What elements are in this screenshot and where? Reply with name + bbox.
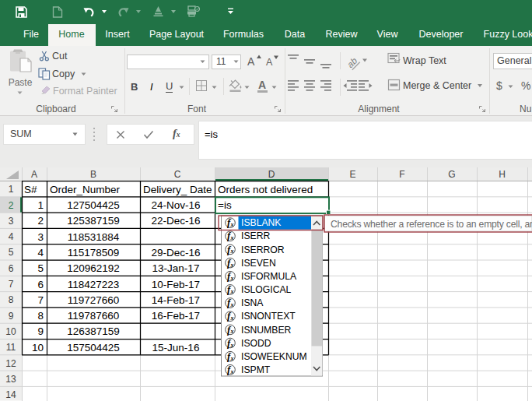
svg-text:S#: S# xyxy=(24,184,37,195)
svg-text:ISODD: ISODD xyxy=(241,338,271,349)
svg-text:ISEVEN: ISEVEN xyxy=(241,258,276,269)
svg-text:ISBLANK: ISBLANK xyxy=(241,217,281,228)
svg-text:13-Jan-17: 13-Jan-17 xyxy=(152,262,200,274)
svg-text:14-Feb-17: 14-Feb-17 xyxy=(152,294,200,306)
svg-text:7: 7 xyxy=(9,279,14,290)
svg-text:G: G xyxy=(448,169,455,180)
svg-text:x: x xyxy=(230,221,234,228)
svg-text:ISNONTEXT: ISNONTEXT xyxy=(241,311,296,322)
svg-text:x: x xyxy=(230,288,234,295)
svg-text:B: B xyxy=(90,169,96,180)
svg-text:119727660: 119727660 xyxy=(68,294,120,306)
svg-text:13: 13 xyxy=(5,374,16,385)
svg-text:ISLOGICAL: ISLOGICAL xyxy=(241,284,292,295)
svg-text:115178509: 115178509 xyxy=(68,247,120,259)
svg-text:H: H xyxy=(499,169,506,180)
svg-text:22-Dec-16: 22-Dec-16 xyxy=(151,215,200,227)
svg-text:D: D xyxy=(268,169,275,180)
svg-text:24-Nov-16: 24-Nov-16 xyxy=(151,199,200,211)
svg-text:1: 1 xyxy=(37,199,44,211)
svg-text:ISERROR: ISERROR xyxy=(241,244,285,255)
svg-text:9: 9 xyxy=(9,311,14,322)
svg-text:3: 3 xyxy=(37,231,44,243)
svg-text:x: x xyxy=(230,342,234,349)
svg-text:ISNUMBER: ISNUMBER xyxy=(241,325,292,336)
svg-text:125387159: 125387159 xyxy=(67,215,120,227)
svg-text:=is: =is xyxy=(218,199,232,211)
svg-text:1: 1 xyxy=(9,184,14,195)
svg-text:5: 5 xyxy=(37,262,44,274)
svg-text:6: 6 xyxy=(9,263,14,274)
svg-text:Orders not delivered: Orders not delivered xyxy=(218,184,313,195)
svg-text:29-Dec-16: 29-Dec-16 xyxy=(151,247,200,259)
svg-text:E: E xyxy=(349,169,355,180)
svg-text:6: 6 xyxy=(37,279,44,290)
svg-text:Merge & Center: Merge & Center xyxy=(403,80,471,91)
svg-text:Order_Number: Order_Number xyxy=(50,184,121,195)
svg-text:2: 2 xyxy=(37,215,44,227)
svg-text:x: x xyxy=(230,355,234,362)
svg-text:Checks whether a reference is: Checks whether a reference is to an empt… xyxy=(331,219,532,230)
svg-text:120962192: 120962192 xyxy=(67,262,120,274)
svg-text:10-Feb-17: 10-Feb-17 xyxy=(152,279,200,290)
svg-text:ISOWEEKNUM: ISOWEEKNUM xyxy=(241,351,307,362)
svg-text:Wrap Text: Wrap Text xyxy=(403,55,446,66)
svg-text:x: x xyxy=(230,368,234,375)
svg-text:C: C xyxy=(174,169,181,180)
svg-text:118427223: 118427223 xyxy=(68,279,120,290)
svg-text:x: x xyxy=(230,301,234,308)
svg-text:16-Feb-17: 16-Feb-17 xyxy=(152,310,200,322)
svg-text:118531884: 118531884 xyxy=(68,231,120,243)
svg-text:11: 11 xyxy=(6,342,16,353)
svg-text:x: x xyxy=(230,328,234,335)
svg-text:14: 14 xyxy=(5,389,16,400)
svg-text:8: 8 xyxy=(9,294,14,305)
svg-text:Delivery_ Date: Delivery_ Date xyxy=(143,184,212,195)
svg-text:127504425: 127504425 xyxy=(67,199,120,211)
svg-text:x: x xyxy=(230,234,234,241)
svg-text:10: 10 xyxy=(5,326,16,337)
svg-text:F: F xyxy=(399,169,404,180)
svg-text:x: x xyxy=(230,262,234,269)
svg-text:7: 7 xyxy=(37,294,44,306)
svg-text:126387159: 126387159 xyxy=(67,325,120,337)
svg-text:119787660: 119787660 xyxy=(68,310,120,322)
svg-text:ISNA: ISNA xyxy=(241,297,264,308)
svg-text:15-Jun-16: 15-Jun-16 xyxy=(152,342,200,354)
svg-text:4: 4 xyxy=(37,247,44,259)
svg-text:9: 9 xyxy=(37,325,44,337)
svg-text:x: x xyxy=(230,315,234,322)
svg-text:3: 3 xyxy=(9,216,14,227)
svg-text:157504425: 157504425 xyxy=(67,342,120,354)
svg-text:10: 10 xyxy=(32,342,44,354)
svg-text:ISFORMULA: ISFORMULA xyxy=(241,271,297,282)
svg-text:8: 8 xyxy=(37,310,44,322)
svg-text:ISERR: ISERR xyxy=(241,230,270,241)
svg-text:Alignment: Alignment xyxy=(358,104,400,114)
svg-text:4: 4 xyxy=(9,231,14,242)
svg-text:ab: ab xyxy=(345,55,359,69)
svg-text:2: 2 xyxy=(9,200,14,211)
svg-text:x: x xyxy=(230,248,234,255)
svg-text:12: 12 xyxy=(5,358,16,369)
svg-text:5: 5 xyxy=(9,247,14,258)
svg-text:ISPMT: ISPMT xyxy=(241,364,271,375)
svg-text:x: x xyxy=(230,275,234,282)
svg-text:A: A xyxy=(31,169,37,180)
